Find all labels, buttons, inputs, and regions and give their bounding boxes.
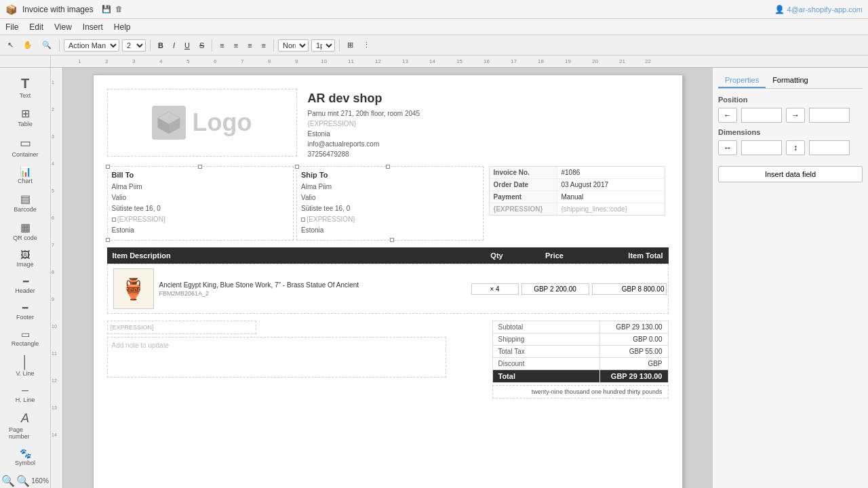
- sep4: [273, 39, 274, 52]
- menu-help[interactable]: Help: [114, 22, 131, 32]
- toolbar: ↖ ✋ 🔍 Action Man 2 B I U S ≡ ≡ ≡ ≡ Norm …: [0, 35, 868, 56]
- align-center-btn[interactable]: ≡: [231, 39, 241, 52]
- dimensions-height-btn[interactable]: ↕: [786, 140, 805, 155]
- dimensions-h-input[interactable]: [809, 140, 850, 155]
- tool-footer[interactable]: ━ Footer: [5, 300, 45, 323]
- note-box[interactable]: Add note to update: [107, 337, 446, 378]
- position-left-btn[interactable]: ←: [718, 108, 737, 123]
- bill-expr: {EXPRESSION}: [112, 214, 290, 225]
- handle-tc[interactable]: [198, 165, 202, 169]
- right-panel-tabs: Properties Formatting: [718, 73, 863, 89]
- meta-expr-value: {shipping_lines::code}: [557, 203, 665, 215]
- position-x-input[interactable]: [741, 108, 782, 123]
- app-title: Invoice with images: [22, 5, 94, 14]
- tool-barcode[interactable]: ▤ Barcode: [5, 190, 45, 216]
- align-right-btn[interactable]: ≡: [244, 39, 255, 52]
- ship-handle-bc[interactable]: [390, 238, 394, 242]
- tool-hline[interactable]: ─ H. Line: [5, 382, 45, 406]
- ship-handle-tl[interactable]: [295, 165, 299, 169]
- item-qty: × 4: [471, 283, 519, 295]
- zoom-in-btn[interactable]: 🔍: [16, 474, 30, 487]
- invoice-page: Logo AR dev shop Parnu mnt 271, 20th flo…: [93, 75, 683, 488]
- tool-vline[interactable]: │ V. Line: [5, 352, 45, 380]
- grid-btn[interactable]: ⊞: [344, 39, 357, 52]
- bill-name: Alma Piim: [112, 182, 290, 192]
- menu-edit[interactable]: Edit: [29, 22, 43, 32]
- font-select[interactable]: Norm: [278, 39, 309, 52]
- tool-container[interactable]: ▭ Container: [5, 133, 45, 161]
- tool-header[interactable]: ━ Header: [5, 273, 45, 297]
- ship-handle-tc[interactable]: [386, 165, 390, 169]
- spacing-select[interactable]: 1pr: [311, 39, 335, 52]
- underline-btn[interactable]: U: [181, 39, 193, 52]
- user-icon: 👤: [774, 5, 785, 14]
- item-name: Ancient Egypt King, Blue Stone Work, 7" …: [159, 281, 470, 289]
- strikethrough-btn[interactable]: S: [196, 39, 208, 52]
- note-section: {EXPRESSION} Add note to update: [107, 321, 486, 399]
- ship-expr-handle[interactable]: [301, 218, 305, 222]
- dimensions-label: Dimensions: [718, 128, 863, 136]
- toolbar-cursor[interactable]: ↖: [4, 39, 17, 52]
- hline-icon: ─: [22, 385, 28, 396]
- menu-view[interactable]: View: [54, 22, 72, 32]
- handle-tl[interactable]: [106, 165, 110, 169]
- invoice-header: Logo AR dev shop Parnu mnt 271, 20th flo…: [107, 89, 669, 159]
- tool-qrcode[interactable]: ▦ QR code: [5, 218, 45, 244]
- size-select[interactable]: 2: [122, 39, 146, 52]
- justify-btn[interactable]: ≡: [258, 39, 269, 52]
- zoom-out-btn[interactable]: 🔍: [1, 474, 15, 487]
- meta-expression: {EXPRESSION} {shipping_lines::code}: [490, 203, 665, 215]
- container-label: Container: [12, 151, 38, 158]
- bill-ship-wrapper: Bill To Alma Piim Valio Sütiste tee 16, …: [107, 166, 484, 241]
- item-total: GBP 8 800.00: [592, 283, 667, 295]
- bill-to-box: Bill To Alma Piim Valio Sütiste tee 16, …: [107, 166, 294, 241]
- dimensions-w-input[interactable]: [741, 140, 782, 155]
- tool-chart[interactable]: 📊 Chart: [5, 163, 45, 187]
- align-left-btn[interactable]: ≡: [216, 39, 227, 52]
- ship-name: Alma Piim: [301, 182, 479, 192]
- position-y-input[interactable]: [809, 108, 850, 123]
- tool-symbol[interactable]: 🐾 Symbol: [5, 445, 45, 469]
- logo-box: Logo: [107, 89, 297, 157]
- handle-bl[interactable]: [106, 238, 110, 242]
- pagenumber-icon: A: [21, 411, 29, 426]
- text-label: Text: [20, 92, 31, 99]
- toolbar-search[interactable]: 🔍: [39, 39, 55, 52]
- bold-btn[interactable]: B: [155, 39, 167, 52]
- addr-meta-section: Bill To Alma Piim Valio Sütiste tee 16, …: [107, 166, 669, 241]
- qrcode-icon: ▦: [20, 221, 31, 234]
- horizontal-ruler: 1 2 3 4 5 6 7 8 9 10 11 12 13 14 15 16 1…: [51, 56, 868, 68]
- position-right-btn[interactable]: →: [786, 108, 805, 123]
- tool-table[interactable]: ⊞ Table: [5, 104, 45, 130]
- tool-rectangle[interactable]: ▭ Rectangle: [5, 326, 45, 350]
- chart-icon: 📊: [20, 166, 31, 177]
- bill-to-label: Bill To: [112, 171, 290, 179]
- rectangle-icon: ▭: [21, 329, 30, 340]
- header-icon: ━: [23, 276, 27, 287]
- logo-text: Logo: [193, 108, 252, 137]
- tab-formatting[interactable]: Formatting: [766, 73, 815, 88]
- bill-expr-handle[interactable]: [112, 218, 116, 222]
- menu-file[interactable]: File: [5, 22, 18, 32]
- delete-icon[interactable]: 🗑: [115, 5, 123, 14]
- tool-pagenumber[interactable]: A Page number: [5, 409, 45, 443]
- item-price: GBP 2 200.00: [521, 283, 589, 295]
- dimensions-width-btn[interactable]: ↔: [718, 140, 737, 155]
- action-select[interactable]: Action Man: [64, 39, 119, 52]
- grand-total-row: Total GBP 29 130.00: [492, 369, 669, 383]
- zoom-level: 160%: [31, 477, 49, 485]
- tab-properties[interactable]: Properties: [718, 73, 766, 88]
- italic-btn[interactable]: I: [170, 39, 178, 52]
- more-btn[interactable]: ⋮: [359, 39, 374, 52]
- ruler-area: 1 2 3 4 5 6 7 8 9 10 11 12 13 14 15 16 1…: [0, 56, 868, 68]
- tool-image[interactable]: 🖼 Image: [5, 247, 45, 270]
- top-bar: 📦 Invoice with images 💾 🗑 👤 4@ar-shopify…: [0, 0, 868, 19]
- toolbar-hand[interactable]: ✋: [20, 39, 36, 52]
- tool-text[interactable]: T Text: [5, 73, 45, 102]
- vline-label: V. Line: [16, 370, 34, 377]
- insert-field-btn[interactable]: Insert data field: [718, 166, 863, 182]
- save-icon[interactable]: 💾: [102, 5, 111, 14]
- menu-insert[interactable]: Insert: [83, 22, 103, 32]
- sep3: [212, 39, 212, 52]
- canvas-scroll[interactable]: Logo AR dev shop Parnu mnt 271, 20th flo…: [63, 68, 712, 488]
